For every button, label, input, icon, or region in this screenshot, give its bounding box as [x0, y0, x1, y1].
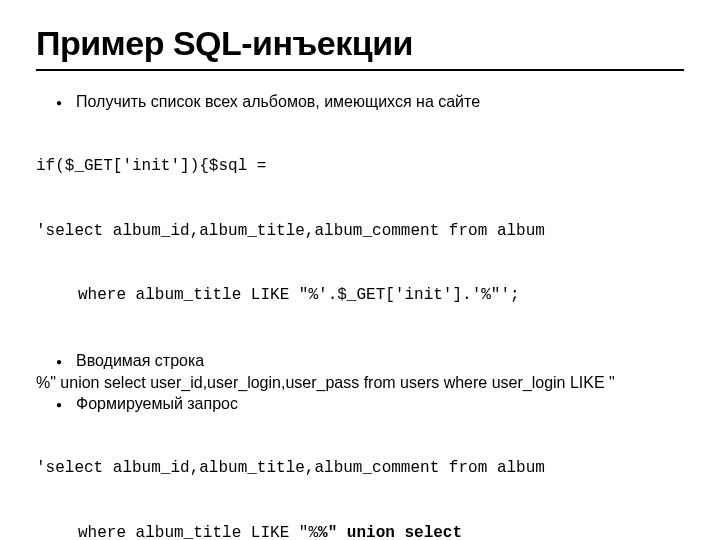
code-block-1: if($_GET['init']){$sql = 'select album_i…	[36, 113, 684, 351]
code-line: where album_title LIKE "%'.$_GET['init']…	[36, 285, 684, 307]
bullet-icon: ●	[56, 355, 62, 369]
bullet-item-1: ● Получить список всех альбомов, имеющих…	[56, 91, 684, 113]
code-line: if($_GET['init']){$sql =	[36, 156, 684, 178]
injection-string: %" union select user_id,user_login,user_…	[36, 372, 684, 394]
bullet-icon: ●	[56, 96, 62, 110]
code-line: 'select album_id,album_title,album_comme…	[36, 221, 684, 243]
title-underline	[36, 69, 684, 71]
slide-content: ● Получить список всех альбомов, имеющих…	[36, 91, 684, 540]
bullet-item-3: ● Формируемый запрос	[56, 393, 684, 415]
slide-title: Пример SQL-инъекции	[36, 24, 684, 63]
code-block-2: 'select album_id,album_title,album_comme…	[36, 415, 684, 540]
bullet-item-2: ● Вводимая строка	[56, 350, 684, 372]
bullet-icon: ●	[56, 398, 62, 412]
code-line: where album_title LIKE "%%" union select	[36, 523, 684, 540]
code-line: 'select album_id,album_title,album_comme…	[36, 458, 684, 480]
bullet-text: Вводимая строка	[76, 350, 684, 372]
bullet-text: Формируемый запрос	[76, 393, 684, 415]
bullet-text: Получить список всех альбомов, имеющихся…	[76, 91, 684, 113]
